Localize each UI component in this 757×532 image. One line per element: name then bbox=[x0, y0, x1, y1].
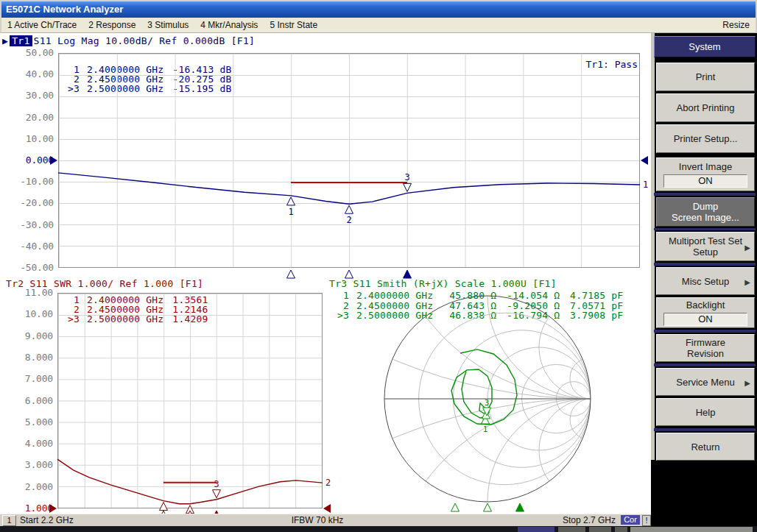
ifbw-readout: IFBW 70 kHz bbox=[273, 515, 362, 525]
correction-badge: Cor bbox=[621, 515, 640, 525]
invert-image-toggle[interactable]: Invert Image ON bbox=[656, 157, 755, 191]
tr2-y-axis-label: 1.000 bbox=[9, 503, 53, 514]
printer-setup-button[interactable]: Printer Setup... bbox=[656, 124, 755, 153]
taskbar-box bbox=[518, 527, 554, 532]
firmware-revision-button[interactable]: Firmware Revision bbox=[656, 334, 755, 362]
tr1-y-axis-label: -30.00 bbox=[10, 219, 54, 230]
tr3-marker-row: 22.4500000 GHz47.643 Ω-9.2050 Ω7.0571 pF bbox=[331, 301, 623, 311]
tr2-y-axis-label: 3.000 bbox=[9, 459, 53, 470]
tr2-y-axis-label: 8.000 bbox=[9, 352, 53, 363]
tr2-y-axis-label: 10.00 bbox=[9, 308, 53, 319]
tr2-marker-row: >32.5000000 GHz1.4209 bbox=[62, 314, 208, 324]
warning-indicator: ! bbox=[642, 515, 651, 526]
softkey-separator bbox=[654, 193, 756, 196]
tr2-y-axis-label: 9.000 bbox=[9, 330, 53, 341]
softkey-gutter bbox=[651, 33, 655, 460]
menu-active-ch-trace[interactable]: 1 Active Ch/Trace bbox=[1, 20, 82, 30]
tr1-y-axis-label: 50.00 bbox=[10, 47, 54, 58]
softkey-menu-title: System bbox=[654, 36, 756, 57]
tr1-settings: S11 Log Mag 10.00dB/ Ref 0.000dB [F1] bbox=[34, 35, 256, 46]
tr3-settings: S11 Smith (R+jX) Scale 1.000U [F1] bbox=[353, 278, 557, 289]
multiport-test-set-setup-button[interactable]: Multiport Test Set Setup ▶ bbox=[656, 232, 755, 261]
abort-printing-button[interactable]: Abort Printing bbox=[656, 93, 755, 122]
active-trace-arrow-icon: ▶ bbox=[2, 35, 8, 46]
tr1-y-axis-label: -10.00 bbox=[10, 176, 54, 187]
tr1-y-axis-label: -20.00 bbox=[10, 197, 54, 208]
softkey-separator bbox=[654, 228, 756, 230]
tr1-y-axis-label: 40.00 bbox=[10, 68, 54, 79]
taskbar-clock-box bbox=[630, 527, 753, 532]
menu-bar: 1 Active Ch/Trace 2 Response 3 Stimulus … bbox=[1, 18, 756, 33]
help-button[interactable]: Help bbox=[656, 398, 755, 426]
tr2-y-axis-label: 5.000 bbox=[9, 416, 53, 428]
submenu-arrow-icon: ▶ bbox=[744, 242, 750, 253]
tr2-marker-table: 12.4000000 GHz1.3561 22.4500000 GHz1.214… bbox=[62, 295, 208, 324]
menu-mkr-analysis[interactable]: 4 Mkr/Analysis bbox=[194, 20, 264, 30]
tr2-y-axis-label: 4.000 bbox=[9, 438, 53, 449]
bottom-taskbar-strip bbox=[0, 526, 757, 532]
tr2-settings: S11 SWR 1.000/ Ref 1.000 [F1] bbox=[30, 278, 204, 289]
stop-frequency: Stop 2.7 GHz bbox=[536, 515, 616, 525]
tr1-y-axis-label: 20.00 bbox=[10, 112, 54, 123]
dump-screen-image-button[interactable]: Dump Screen Image... bbox=[656, 197, 755, 227]
softkey-sidebar: System Print Abort Printing Printer Setu… bbox=[651, 33, 757, 526]
menu-stimulus[interactable]: 3 Stimulus bbox=[141, 20, 194, 30]
tr2-y-axis-label: 7.000 bbox=[9, 373, 53, 384]
tr3-marker-row: 12.4000000 GHz45.880 Ω-14.054 Ω4.7185 pF bbox=[331, 291, 623, 301]
taskbar-box bbox=[615, 527, 627, 532]
tr3-header[interactable]: Tr3 S11 Smith (R+jX) Scale 1.000U [F1] bbox=[329, 278, 557, 289]
softkey-separator bbox=[654, 330, 756, 333]
channel-indicator: 1 bbox=[2, 515, 16, 526]
return-button[interactable]: Return bbox=[656, 433, 755, 461]
tr1-name: Tr1 bbox=[10, 35, 32, 46]
softkey-separator bbox=[654, 363, 756, 366]
tr1-y-axis-label: -50.00 bbox=[10, 262, 54, 273]
tr2-y-axis-label: 11.00 bbox=[9, 287, 53, 298]
backlight-toggle[interactable]: Backlight ON bbox=[656, 297, 755, 328]
tr1-y-axis-label: 0.000 bbox=[10, 155, 54, 166]
tr1-y-axis-label: -40.00 bbox=[10, 241, 54, 252]
tr3-marker-table: 12.4000000 GHz45.880 Ω-14.054 Ω4.7185 pF… bbox=[331, 291, 623, 321]
submenu-arrow-icon: ▶ bbox=[744, 377, 750, 389]
instrument-screen: E5071C Network Analyzer 1 Active Ch/Trac… bbox=[0, 0, 757, 532]
service-menu-button[interactable]: Service Menu ▶ bbox=[656, 368, 755, 396]
tr2-plot-area bbox=[57, 293, 323, 508]
tr3-name: Tr3 bbox=[329, 278, 347, 289]
softkey-separator bbox=[654, 263, 756, 266]
taskbar-box bbox=[558, 527, 585, 532]
menu-instr-state[interactable]: 5 Instr State bbox=[264, 20, 323, 30]
backlight-state: ON bbox=[663, 313, 747, 326]
invert-image-state: ON bbox=[663, 174, 747, 188]
window-title: E5071C Network Analyzer bbox=[6, 4, 123, 15]
tr2-y-axis-label: 2.000 bbox=[9, 481, 53, 492]
submenu-arrow-icon: ▶ bbox=[744, 277, 750, 288]
tr1-y-axis-label: 30.00 bbox=[10, 90, 54, 101]
display-area: ▶Tr1S11 Log Mag 10.00dB/ Ref 0.000dB [F1… bbox=[0, 33, 651, 514]
tr2-y-axis-label: 6.000 bbox=[9, 395, 53, 406]
tr1-y-axis-label: 10.00 bbox=[10, 133, 54, 144]
misc-setup-button[interactable]: Misc Setup ▶ bbox=[656, 267, 755, 295]
tr1-plot-area bbox=[58, 53, 640, 268]
status-bar: 1 Start 2.2 GHz IFBW 70 kHz Stop 2.7 GHz… bbox=[0, 514, 651, 527]
resize-button[interactable]: Resize bbox=[716, 20, 756, 30]
tr3-marker-row: >32.5000000 GHz46.838 Ω-16.794 Ω3.7908 p… bbox=[331, 311, 623, 321]
tr1-header[interactable]: ▶Tr1S11 Log Mag 10.00dB/ Ref 0.000dB [F1… bbox=[2, 35, 255, 46]
print-button[interactable]: Print bbox=[656, 63, 755, 91]
taskbar-box bbox=[589, 527, 611, 532]
menu-response[interactable]: 2 Response bbox=[82, 20, 141, 30]
window-titlebar[interactable]: E5071C Network Analyzer bbox=[1, 1, 756, 18]
softkey-separator bbox=[654, 428, 756, 431]
start-frequency: Start 2.2 GHz bbox=[20, 515, 74, 525]
